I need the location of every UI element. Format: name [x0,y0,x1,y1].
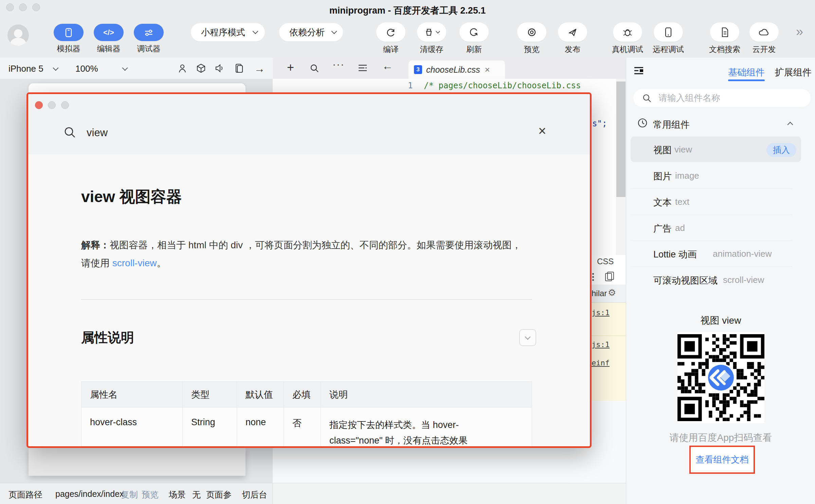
close-icon[interactable]: × [538,124,546,138]
status-bar-divider [273,483,273,504]
copy-path-link[interactable]: 复制 [121,489,138,500]
publish-icon [567,27,578,38]
col-attr-name: 属性名 [82,382,183,408]
component-search-input[interactable] [658,92,795,104]
search-icon [642,93,652,103]
refresh-button[interactable] [459,22,489,42]
phone-outline-icon [664,27,673,38]
editor-scrollbar-thumb[interactable] [616,82,626,197]
devtools-icon-row [592,268,626,285]
mode-dropdown[interactable]: 小程序模式 [191,23,265,41]
code-line-2-fragment: s"; [592,119,607,128]
divider [81,299,532,300]
collapse-section-button[interactable] [519,329,536,346]
devtools-filter-row: hilar ⚙ [592,285,626,303]
cloud-dev-button[interactable] [749,22,779,42]
tab-extended-components[interactable]: 扩展组件 [775,66,812,78]
css-file-icon: 3 [414,65,422,74]
console-separator [592,336,626,336]
scene-value[interactable]: 无 [192,489,201,500]
preview-path-link[interactable]: 预览 [142,489,159,500]
modal-zoom-button[interactable] [61,101,69,109]
new-file-icon[interactable]: + [287,60,294,75]
account-icon[interactable] [178,63,187,73]
to-background-button[interactable]: 切后台 [242,489,267,500]
publish-button[interactable] [558,22,587,42]
remote-debug-button[interactable] [654,22,683,42]
active-tab-underline [728,79,765,81]
qr-caption: 请使用百度App扫码查看 [626,431,815,444]
preview-button[interactable] [517,22,546,42]
panel-layout-icon[interactable] [634,67,644,75]
component-zh-label: 可滚动视图区域 [653,274,718,287]
rotate-device-icon[interactable] [234,63,243,73]
cell-attr-name: hover-class [82,408,183,448]
row-separator [631,240,793,241]
clear-cache-icon [424,27,434,37]
components-panel: 常用组件 视图 view 插入 图片 image 文本 text 广告 ad L… [626,82,815,504]
close-icon[interactable]: × [485,65,490,75]
cell-description: 指定按下去的样式类。当 hover-class="none" 时，没有点击态效果 [321,408,532,448]
simulator-toggle-button[interactable] [54,24,84,41]
doc-search-button[interactable] [710,22,739,42]
search-icon[interactable] [309,63,320,73]
component-search-box[interactable] [633,89,811,107]
console-source-link[interactable]: einf [592,359,610,367]
insert-button[interactable]: 插入 [766,143,796,157]
console-source-link[interactable]: js:1 [592,340,610,349]
simulator-toggle-label: 模拟器 [54,43,84,54]
modal-close-button[interactable] [35,101,43,109]
sliders-icon [144,28,154,37]
cube-icon[interactable] [196,63,206,73]
row-separator [631,215,793,215]
cloud-dev-label: 云开发 [745,44,783,55]
line-number: 1 [408,81,413,90]
copy-icon[interactable] [605,273,612,281]
window-title: miniprogram - 百度开发者工具 2.25.1 [0,4,815,17]
toolbar-overflow-button[interactable]: » [796,24,803,39]
col-type: 类型 [183,382,237,408]
editor-toggle-button[interactable]: </> [94,24,124,41]
clock-icon [637,118,648,128]
sound-icon[interactable] [215,64,224,73]
cell-default: none [237,408,284,448]
arrow-right-icon[interactable]: → [254,62,265,75]
page-param-button[interactable]: 页面参 [206,489,232,500]
cell-type: String [183,408,237,448]
debugger-toggle-button[interactable] [134,24,164,41]
more-options-icon[interactable]: ··· [332,58,345,70]
arrow-left-icon[interactable]: ← [382,60,393,72]
page-path-label: 页面路径 [8,489,42,500]
devtools-tab-css[interactable]: CSS [597,257,614,266]
table-row: hover-class String none 否 指定按下去的样式类。当 ho… [82,408,532,448]
clear-cache-button[interactable] [417,22,446,42]
col-required: 必填 [284,382,321,408]
user-avatar[interactable] [7,24,29,46]
compile-button[interactable] [376,22,405,42]
device-dropdown[interactable]: iPhone 5 [8,64,43,74]
component-en-label: image [675,170,699,181]
kebab-menu-icon[interactable] [592,273,594,275]
outline-icon[interactable] [358,64,368,73]
code-icon: </> [103,28,114,37]
zoom-dropdown[interactable]: 100% [75,64,98,74]
device-debug-button[interactable] [613,22,642,42]
remote-debug-label: 远程调试 [650,44,687,55]
simulator-device-top [29,83,246,92]
modal-minimize-button[interactable] [48,101,56,109]
components-panel-header: 基础组件 扩展组件 [626,58,815,82]
status-bar-right [273,483,626,504]
chevron-up-icon[interactable] [787,122,793,128]
console-source-link[interactable]: js:1 [592,308,610,317]
scroll-view-link[interactable]: scroll-view [112,258,157,268]
tab-basic-components[interactable]: 基础组件 [728,66,765,78]
row-separator [631,266,793,267]
analysis-dropdown[interactable]: 依赖分析 [279,23,343,41]
doc-search-input[interactable]: view [87,127,108,139]
modal-header: view × [28,94,590,155]
desc-suffix: 。 [157,258,166,268]
view-component-doc-button[interactable]: 查看组件文档 [689,446,755,474]
gear-icon[interactable]: ⚙ [608,287,616,298]
phone-icon [64,28,73,38]
editor-tab-chooselib-css[interactable]: 3 chooseLib.css × [409,60,505,79]
